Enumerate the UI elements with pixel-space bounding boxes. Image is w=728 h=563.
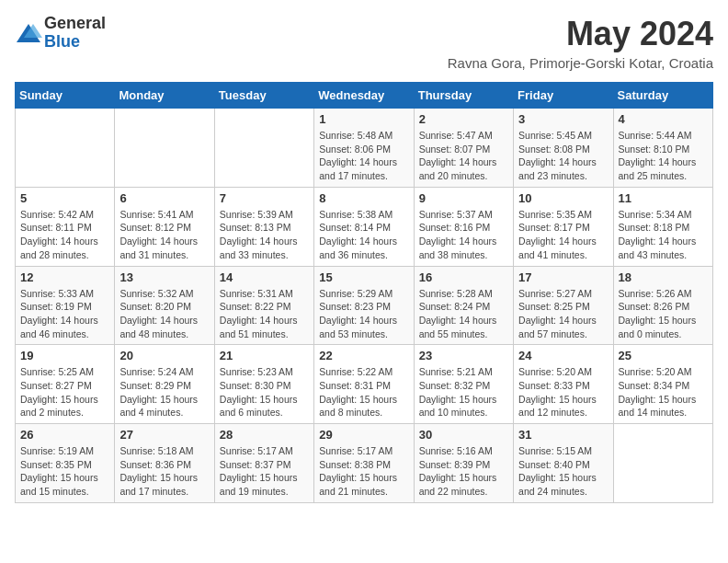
day-info: Sunrise: 5:45 AMSunset: 8:08 PMDaylight:… xyxy=(518,129,608,183)
calendar-week-row: 5Sunrise: 5:42 AMSunset: 8:11 PMDaylight… xyxy=(16,187,713,266)
calendar-cell: 28Sunrise: 5:17 AMSunset: 8:37 PMDayligh… xyxy=(214,424,313,503)
calendar-cell: 1Sunrise: 5:48 AMSunset: 8:06 PMDaylight… xyxy=(314,109,414,188)
day-info: Sunrise: 5:20 AMSunset: 8:33 PMDaylight:… xyxy=(518,365,608,419)
calendar-cell: 3Sunrise: 5:45 AMSunset: 8:08 PMDaylight… xyxy=(514,109,613,188)
day-number: 20 xyxy=(119,349,209,362)
calendar-cell: 26Sunrise: 5:19 AMSunset: 8:35 PMDayligh… xyxy=(16,424,115,503)
day-info: Sunrise: 5:44 AMSunset: 8:10 PMDaylight:… xyxy=(619,129,708,183)
calendar-cell: 27Sunrise: 5:18 AMSunset: 8:36 PMDayligh… xyxy=(115,424,214,503)
day-info: Sunrise: 5:47 AMSunset: 8:07 PMDaylight:… xyxy=(419,129,508,183)
calendar-cell: 10Sunrise: 5:35 AMSunset: 8:17 PMDayligh… xyxy=(514,187,613,266)
location-subtitle: Ravna Gora, Primorje-Gorski Kotar, Croat… xyxy=(448,55,713,71)
calendar-cell: 19Sunrise: 5:25 AMSunset: 8:27 PMDayligh… xyxy=(16,345,115,424)
calendar-cell xyxy=(613,424,712,503)
title-area: May 2024 Ravna Gora, Primorje-Gorski Kot… xyxy=(448,15,713,71)
calendar-cell: 30Sunrise: 5:16 AMSunset: 8:39 PMDayligh… xyxy=(414,424,513,503)
day-number: 7 xyxy=(220,191,309,205)
logo: General Blue xyxy=(15,15,106,52)
day-number: 4 xyxy=(619,112,708,126)
day-info: Sunrise: 5:37 AMSunset: 8:16 PMDaylight:… xyxy=(419,208,508,262)
day-info: Sunrise: 5:34 AMSunset: 8:18 PMDaylight:… xyxy=(619,208,708,262)
day-number: 28 xyxy=(220,428,309,442)
calendar-cell: 11Sunrise: 5:34 AMSunset: 8:18 PMDayligh… xyxy=(613,187,712,266)
calendar-week-row: 26Sunrise: 5:19 AMSunset: 8:35 PMDayligh… xyxy=(16,424,713,503)
calendar-cell: 12Sunrise: 5:33 AMSunset: 8:19 PMDayligh… xyxy=(16,266,115,345)
day-number: 30 xyxy=(419,428,508,442)
day-number: 31 xyxy=(518,428,608,442)
day-info: Sunrise: 5:15 AMSunset: 8:40 PMDaylight:… xyxy=(518,444,608,499)
calendar-cell: 18Sunrise: 5:26 AMSunset: 8:26 PMDayligh… xyxy=(613,266,712,345)
page-header: General Blue May 2024 Ravna Gora, Primor… xyxy=(15,15,713,71)
day-info: Sunrise: 5:19 AMSunset: 8:35 PMDaylight:… xyxy=(20,444,109,499)
day-number: 16 xyxy=(419,270,508,284)
calendar-cell: 22Sunrise: 5:22 AMSunset: 8:31 PMDayligh… xyxy=(314,345,414,424)
day-number: 3 xyxy=(518,112,608,126)
day-number: 26 xyxy=(20,428,109,442)
day-number: 10 xyxy=(518,191,608,205)
calendar-cell xyxy=(214,109,313,188)
day-info: Sunrise: 5:18 AMSunset: 8:36 PMDaylight:… xyxy=(119,444,209,499)
day-info: Sunrise: 5:32 AMSunset: 8:20 PMDaylight:… xyxy=(119,287,209,341)
day-info: Sunrise: 5:22 AMSunset: 8:31 PMDaylight:… xyxy=(319,365,408,419)
calendar-table: SundayMondayTuesdayWednesdayThursdayFrid… xyxy=(15,82,713,503)
day-info: Sunrise: 5:31 AMSunset: 8:22 PMDaylight:… xyxy=(220,287,309,341)
calendar-header-wednesday: Wednesday xyxy=(314,83,414,109)
day-number: 19 xyxy=(20,349,109,362)
day-number: 8 xyxy=(319,191,408,205)
calendar-cell xyxy=(16,109,115,188)
day-number: 12 xyxy=(20,270,109,284)
calendar-cell: 17Sunrise: 5:27 AMSunset: 8:25 PMDayligh… xyxy=(514,266,613,345)
day-info: Sunrise: 5:24 AMSunset: 8:29 PMDaylight:… xyxy=(119,365,209,419)
day-info: Sunrise: 5:21 AMSunset: 8:32 PMDaylight:… xyxy=(419,365,508,419)
calendar-header-thursday: Thursday xyxy=(414,83,513,109)
day-info: Sunrise: 5:17 AMSunset: 8:38 PMDaylight:… xyxy=(319,444,408,499)
calendar-header-friday: Friday xyxy=(514,83,613,109)
calendar-cell: 25Sunrise: 5:20 AMSunset: 8:34 PMDayligh… xyxy=(613,345,712,424)
calendar-cell: 14Sunrise: 5:31 AMSunset: 8:22 PMDayligh… xyxy=(214,266,313,345)
calendar-cell: 4Sunrise: 5:44 AMSunset: 8:10 PMDaylight… xyxy=(613,109,712,188)
day-number: 2 xyxy=(419,112,508,126)
day-number: 17 xyxy=(518,270,608,284)
day-info: Sunrise: 5:29 AMSunset: 8:23 PMDaylight:… xyxy=(319,287,408,341)
day-number: 6 xyxy=(119,191,209,205)
day-info: Sunrise: 5:33 AMSunset: 8:19 PMDaylight:… xyxy=(20,287,109,341)
day-number: 27 xyxy=(119,428,209,442)
day-number: 5 xyxy=(20,191,109,205)
calendar-cell: 20Sunrise: 5:24 AMSunset: 8:29 PMDayligh… xyxy=(115,345,214,424)
calendar-cell: 24Sunrise: 5:20 AMSunset: 8:33 PMDayligh… xyxy=(514,345,613,424)
calendar-cell: 2Sunrise: 5:47 AMSunset: 8:07 PMDaylight… xyxy=(414,109,513,188)
calendar-header-tuesday: Tuesday xyxy=(214,83,313,109)
calendar-header-sunday: Sunday xyxy=(16,83,115,109)
calendar-header-saturday: Saturday xyxy=(613,83,712,109)
calendar-cell: 31Sunrise: 5:15 AMSunset: 8:40 PMDayligh… xyxy=(514,424,613,503)
logo-text: General Blue xyxy=(44,15,106,52)
logo-icon xyxy=(15,19,42,47)
day-info: Sunrise: 5:25 AMSunset: 8:27 PMDaylight:… xyxy=(20,365,109,419)
day-info: Sunrise: 5:28 AMSunset: 8:24 PMDaylight:… xyxy=(419,287,508,341)
day-info: Sunrise: 5:17 AMSunset: 8:37 PMDaylight:… xyxy=(220,444,309,499)
day-info: Sunrise: 5:16 AMSunset: 8:39 PMDaylight:… xyxy=(419,444,508,499)
day-number: 18 xyxy=(619,270,708,284)
month-year-title: May 2024 xyxy=(448,15,713,53)
day-info: Sunrise: 5:27 AMSunset: 8:25 PMDaylight:… xyxy=(518,287,608,341)
day-number: 25 xyxy=(619,349,708,362)
day-number: 14 xyxy=(220,270,309,284)
day-info: Sunrise: 5:39 AMSunset: 8:13 PMDaylight:… xyxy=(220,208,309,262)
calendar-cell: 29Sunrise: 5:17 AMSunset: 8:38 PMDayligh… xyxy=(314,424,414,503)
calendar-header-monday: Monday xyxy=(115,83,214,109)
day-number: 11 xyxy=(619,191,708,205)
day-number: 23 xyxy=(419,349,508,362)
day-number: 29 xyxy=(319,428,408,442)
calendar-header-row: SundayMondayTuesdayWednesdayThursdayFrid… xyxy=(16,83,713,109)
calendar-cell: 8Sunrise: 5:38 AMSunset: 8:14 PMDaylight… xyxy=(314,187,414,266)
calendar-cell: 23Sunrise: 5:21 AMSunset: 8:32 PMDayligh… xyxy=(414,345,513,424)
day-number: 21 xyxy=(220,349,309,362)
day-info: Sunrise: 5:38 AMSunset: 8:14 PMDaylight:… xyxy=(319,208,408,262)
day-info: Sunrise: 5:26 AMSunset: 8:26 PMDaylight:… xyxy=(619,287,708,341)
logo-general: General xyxy=(44,15,106,33)
day-number: 24 xyxy=(518,349,608,362)
calendar-cell: 15Sunrise: 5:29 AMSunset: 8:23 PMDayligh… xyxy=(314,266,414,345)
day-info: Sunrise: 5:35 AMSunset: 8:17 PMDaylight:… xyxy=(518,208,608,262)
day-number: 13 xyxy=(119,270,209,284)
day-info: Sunrise: 5:42 AMSunset: 8:11 PMDaylight:… xyxy=(20,208,109,262)
